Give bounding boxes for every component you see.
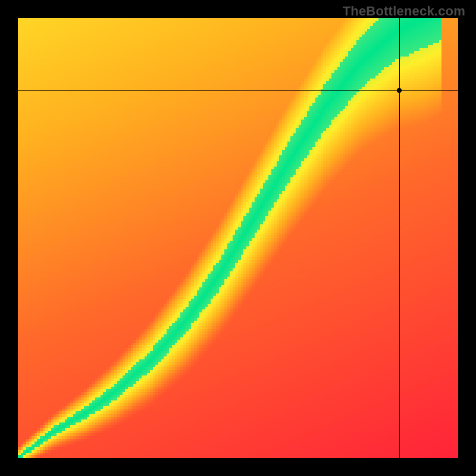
crosshair-horizontal — [18, 90, 458, 91]
crosshair-point — [397, 88, 402, 93]
crosshair-vertical — [399, 18, 400, 458]
heatmap-plot — [18, 18, 458, 458]
watermark-text: TheBottleneck.com — [343, 4, 465, 19]
heatmap-canvas — [18, 18, 458, 458]
